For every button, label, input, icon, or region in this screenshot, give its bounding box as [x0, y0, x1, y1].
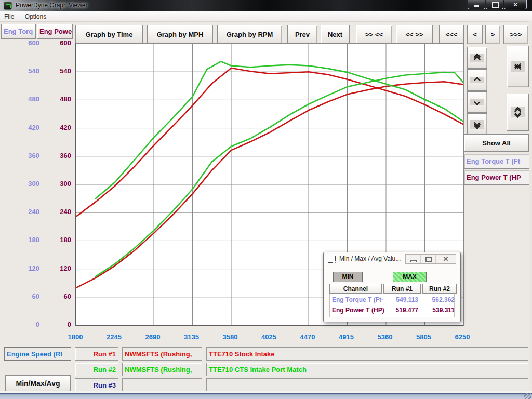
min-toggle-button[interactable]: MIN	[333, 272, 363, 282]
window-border-right	[529, 21, 532, 391]
dialog-row-run2-value: 562.362	[420, 296, 455, 303]
run-operator-2[interactable]: NWMSFTS (Rushing,	[122, 363, 202, 376]
zoom-out-x-button[interactable]: << >>	[396, 25, 433, 44]
dialog-row-run1-value: 519.477	[382, 307, 418, 314]
expand-vertical-icon	[511, 107, 525, 117]
power-tick-label: 360	[35, 152, 71, 159]
next-button[interactable]: Next	[321, 25, 350, 44]
dialog-maximize-icon	[425, 257, 432, 262]
dialog-row-channel: Eng Power T (HP)	[332, 307, 384, 314]
pan-far-right-button[interactable]: >>>	[503, 25, 528, 44]
menu-file[interactable]: File	[0, 12, 18, 21]
run-description-3[interactable]	[206, 378, 528, 392]
channel-box-torque[interactable]: Eng Torque T (Ft	[464, 154, 531, 169]
document-icon	[328, 256, 336, 263]
show-all-button[interactable]: Show All	[464, 134, 529, 152]
power-tick-label: 300	[35, 180, 71, 188]
tab-eng-torque[interactable]: Eng Torq	[1, 24, 36, 39]
show-all-label: Show All	[482, 139, 510, 147]
close-icon: ×	[504, 1, 526, 9]
power-tick-label: 480	[35, 95, 71, 103]
max-toggle-button[interactable]: MAX	[393, 272, 427, 282]
triple-chevron-up-icon	[470, 54, 484, 62]
menu-options[interactable]: Options	[21, 12, 50, 21]
chevron-up-button[interactable]	[467, 69, 487, 91]
triple-chevron-up-button[interactable]	[467, 47, 487, 69]
rpm-tick-label: 4025	[261, 333, 276, 341]
x-channel-box[interactable]: Engine Speed (RI	[4, 347, 71, 361]
dialog-column-channel[interactable]: Channel	[329, 284, 382, 294]
power-tick-label: 120	[35, 264, 71, 272]
rpm-tick-label: 3135	[184, 333, 199, 341]
power-tick-label: 60	[35, 292, 71, 300]
torque-tick-label: 60	[3, 292, 39, 300]
triple-chevron-down-button[interactable]	[467, 113, 487, 135]
dialog-minimize-icon	[410, 260, 417, 262]
torque-tick-label: 420	[3, 124, 39, 131]
channel-box-torque-label: Eng Torque T (Ft	[467, 157, 520, 165]
power-tick-label: 540	[35, 67, 71, 75]
max-toggle-label: MAX	[403, 273, 417, 281]
rpm-tick-label: 5805	[416, 333, 431, 341]
tab-eng-power[interactable]: Eng Powe	[37, 24, 73, 39]
minimize-button[interactable]	[468, 0, 485, 9]
dialog-close-button[interactable]: ✕	[436, 255, 456, 263]
power-tick-label: 180	[35, 236, 71, 244]
torque-tick-label: 120	[3, 264, 39, 272]
prev-button[interactable]: Prev	[287, 25, 317, 44]
run-label-3: Run #3	[75, 378, 118, 392]
power-tick-label: 0	[35, 321, 71, 328]
channel-box-power[interactable]: Eng Power T (HP	[464, 170, 531, 185]
rpm-tick-label: 4470	[300, 333, 315, 341]
triple-chevron-down-icon	[470, 120, 484, 129]
pan-right-button[interactable]: >	[485, 25, 500, 44]
torque-tick-label: 480	[3, 95, 39, 103]
minimize-icon	[474, 5, 479, 7]
torque-tick-label: 540	[3, 67, 39, 75]
tab-eng-power-label: Eng Powe	[39, 28, 72, 35]
torque-tick-label: 0	[3, 321, 39, 328]
expand-vertical-button[interactable]	[507, 94, 529, 131]
min-max-avg-button[interactable]: Min/Max/Avg	[5, 375, 71, 392]
torque-tick-label: 360	[3, 152, 39, 159]
run-operator-1[interactable]: NWMSFTS (Rushing,	[122, 347, 202, 361]
maximize-icon	[492, 2, 499, 8]
rpm-tick-label: 4915	[339, 333, 354, 341]
dialog-column-run1[interactable]: Run #1	[383, 284, 421, 294]
rpm-tick-label: 5360	[378, 333, 393, 341]
pan-far-left-button[interactable]: <<<	[439, 25, 464, 44]
maximize-button[interactable]	[486, 0, 503, 9]
dialog-column-run2[interactable]: Run #2	[422, 284, 457, 294]
dialog-minimize-button[interactable]	[406, 255, 421, 263]
graph-by-time-button[interactable]: Graph by Time	[75, 25, 143, 44]
power-tick-label: 420	[35, 124, 71, 131]
run-description-2[interactable]: TTE710 CTS Intake Port Match	[206, 363, 528, 376]
torque-tick-label: 600	[3, 39, 39, 47]
min-toggle-label: MIN	[342, 273, 354, 281]
dialog-title: Min / Max / Avg Valu...	[339, 255, 401, 262]
powerdyne-window: PowerDyne Graph Viewer × File Options En…	[0, 0, 532, 399]
collapse-vertical-button[interactable]	[507, 46, 529, 87]
torque-tick-label: 300	[3, 180, 39, 188]
dialog-maximize-button[interactable]	[421, 255, 436, 263]
run-description-1[interactable]: TTE710 Stock Intake	[206, 347, 528, 361]
run-operator-3[interactable]	[122, 378, 202, 392]
rpm-tick-label: 1800	[68, 333, 83, 341]
pan-left-button[interactable]: <	[467, 25, 483, 44]
close-button[interactable]: ×	[504, 0, 527, 9]
graph-by-mph-button[interactable]: Graph by MPH	[147, 25, 213, 44]
dialog-title-bar[interactable]: Min / Max / Avg Valu... ✕	[324, 252, 460, 265]
title-bar[interactable]: PowerDyne Graph Viewer ×	[0, 0, 532, 11]
graph-by-rpm-button[interactable]: Graph by RPM	[217, 25, 282, 44]
resize-grip-icon[interactable]	[524, 393, 531, 399]
chevron-down-icon	[470, 99, 484, 105]
run-label-1: Run #1	[75, 347, 118, 361]
dialog-close-icon: ✕	[436, 255, 456, 263]
rpm-tick-label: 3580	[223, 333, 238, 341]
rpm-tick-label: 2690	[145, 333, 161, 341]
dialog-row-run2-value: 539.311	[420, 307, 455, 314]
torque-tick-label: 240	[3, 208, 39, 216]
zoom-in-x-button[interactable]: >> <<	[356, 25, 392, 44]
app-icon	[4, 2, 12, 10]
chevron-down-button[interactable]	[467, 91, 487, 113]
